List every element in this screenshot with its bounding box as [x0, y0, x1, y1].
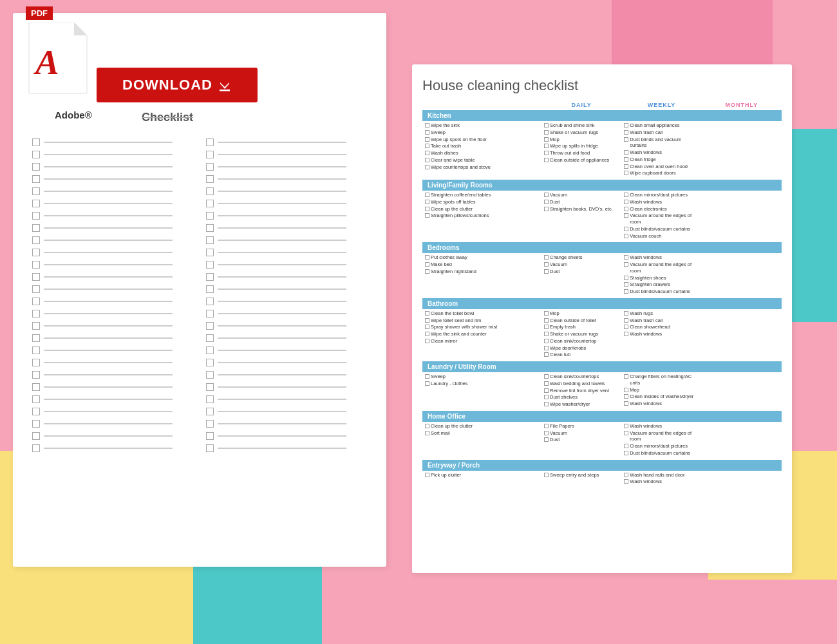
- item-checkbox[interactable]: [544, 311, 549, 316]
- checkbox-left[interactable]: [32, 187, 40, 195]
- item-checkbox[interactable]: [624, 207, 628, 211]
- checkbox-right[interactable]: [206, 383, 214, 391]
- item-checkbox[interactable]: [624, 213, 628, 218]
- item-checkbox[interactable]: [425, 262, 429, 267]
- checkbox-left[interactable]: [32, 212, 40, 220]
- checkbox-right[interactable]: [206, 151, 214, 158]
- checkbox-right[interactable]: [206, 334, 214, 342]
- checkbox-right[interactable]: [206, 346, 214, 354]
- item-checkbox[interactable]: [544, 352, 549, 357]
- item-checkbox[interactable]: [624, 200, 628, 204]
- item-checkbox[interactable]: [624, 234, 628, 238]
- item-checkbox[interactable]: [425, 123, 429, 128]
- item-checkbox[interactable]: [624, 289, 628, 294]
- item-checkbox[interactable]: [544, 318, 549, 323]
- item-checkbox[interactable]: [624, 388, 628, 392]
- checkbox-left[interactable]: [32, 224, 40, 232]
- checkbox-left[interactable]: [32, 371, 40, 379]
- checkbox-left[interactable]: [32, 420, 40, 428]
- checkbox-right[interactable]: [206, 285, 214, 293]
- item-checkbox[interactable]: [624, 424, 628, 428]
- checkbox-right[interactable]: [206, 273, 214, 281]
- item-checkbox[interactable]: [425, 151, 429, 155]
- item-checkbox[interactable]: [624, 332, 628, 336]
- item-checkbox[interactable]: [624, 123, 628, 128]
- checkbox-right[interactable]: [206, 261, 214, 269]
- checkbox-left[interactable]: [32, 408, 40, 415]
- item-checkbox[interactable]: [544, 130, 549, 135]
- item-checkbox[interactable]: [624, 401, 628, 406]
- item-checkbox[interactable]: [544, 207, 549, 211]
- item-checkbox[interactable]: [425, 325, 429, 329]
- item-checkbox[interactable]: [624, 130, 628, 135]
- item-checkbox[interactable]: [425, 207, 429, 211]
- checkbox-left[interactable]: [32, 249, 40, 256]
- item-checkbox[interactable]: [544, 151, 549, 155]
- checkbox-right[interactable]: [206, 310, 214, 317]
- item-checkbox[interactable]: [425, 311, 429, 316]
- item-checkbox[interactable]: [544, 437, 549, 442]
- item-checkbox[interactable]: [425, 213, 429, 218]
- item-checkbox[interactable]: [544, 374, 549, 379]
- checkbox-left[interactable]: [32, 138, 40, 146]
- checkbox-right[interactable]: [206, 322, 214, 330]
- item-checkbox[interactable]: [425, 332, 429, 336]
- item-checkbox[interactable]: [624, 262, 628, 267]
- item-checkbox[interactable]: [624, 150, 628, 155]
- checkbox-left[interactable]: [32, 395, 40, 403]
- checkbox-left[interactable]: [32, 322, 40, 330]
- item-checkbox[interactable]: [425, 165, 429, 169]
- item-checkbox[interactable]: [624, 451, 628, 455]
- checkbox-right[interactable]: [206, 236, 214, 244]
- item-checkbox[interactable]: [544, 158, 549, 162]
- item-checkbox[interactable]: [544, 424, 549, 428]
- checkbox-right[interactable]: [206, 138, 214, 146]
- checkbox-right[interactable]: [206, 298, 214, 305]
- item-checkbox[interactable]: [544, 325, 549, 329]
- item-checkbox[interactable]: [624, 282, 628, 287]
- item-checkbox[interactable]: [425, 200, 429, 204]
- checkbox-right[interactable]: [206, 359, 214, 366]
- checkbox-left[interactable]: [32, 432, 40, 440]
- item-checkbox[interactable]: [425, 381, 429, 386]
- item-checkbox[interactable]: [425, 424, 429, 428]
- checkbox-right[interactable]: [206, 212, 214, 220]
- download-button[interactable]: DOWNLOAD: [97, 68, 258, 102]
- item-checkbox[interactable]: [544, 388, 549, 393]
- checkbox-right[interactable]: [206, 420, 214, 428]
- checkbox-left[interactable]: [32, 359, 40, 366]
- item-checkbox[interactable]: [425, 339, 429, 343]
- item-checkbox[interactable]: [425, 158, 429, 162]
- checkbox-left[interactable]: [32, 163, 40, 171]
- item-checkbox[interactable]: [624, 374, 628, 379]
- checkbox-left[interactable]: [32, 273, 40, 281]
- checkbox-right[interactable]: [206, 224, 214, 232]
- item-checkbox[interactable]: [624, 171, 628, 175]
- item-checkbox[interactable]: [544, 255, 549, 260]
- checkbox-right[interactable]: [206, 163, 214, 171]
- item-checkbox[interactable]: [624, 325, 628, 329]
- item-checkbox[interactable]: [624, 227, 628, 231]
- item-checkbox[interactable]: [425, 374, 429, 379]
- checkbox-right[interactable]: [206, 408, 214, 415]
- item-checkbox[interactable]: [624, 318, 628, 323]
- item-checkbox[interactable]: [425, 193, 429, 197]
- item-checkbox[interactable]: [544, 200, 549, 204]
- item-checkbox[interactable]: [425, 144, 429, 148]
- checkbox-left[interactable]: [32, 261, 40, 269]
- item-checkbox[interactable]: [544, 339, 549, 343]
- checkbox-right[interactable]: [206, 175, 214, 183]
- item-checkbox[interactable]: [425, 318, 429, 323]
- item-checkbox[interactable]: [544, 123, 549, 128]
- checkbox-left[interactable]: [32, 151, 40, 158]
- item-checkbox[interactable]: [425, 431, 429, 435]
- checkbox-right[interactable]: [206, 371, 214, 379]
- item-checkbox[interactable]: [544, 144, 549, 148]
- item-checkbox[interactable]: [624, 444, 628, 448]
- item-checkbox[interactable]: [544, 346, 549, 350]
- item-checkbox[interactable]: [544, 262, 549, 267]
- checkbox-right[interactable]: [206, 187, 214, 195]
- item-checkbox[interactable]: [425, 255, 429, 260]
- checkbox-right[interactable]: [206, 395, 214, 403]
- item-checkbox[interactable]: [544, 269, 549, 274]
